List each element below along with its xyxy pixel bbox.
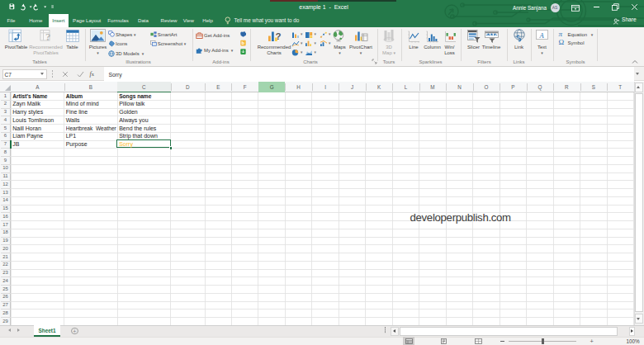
svg-text:?: ? — [276, 31, 282, 41]
svg-text:?: ? — [45, 31, 51, 43]
svg-text:A: A — [539, 31, 545, 39]
